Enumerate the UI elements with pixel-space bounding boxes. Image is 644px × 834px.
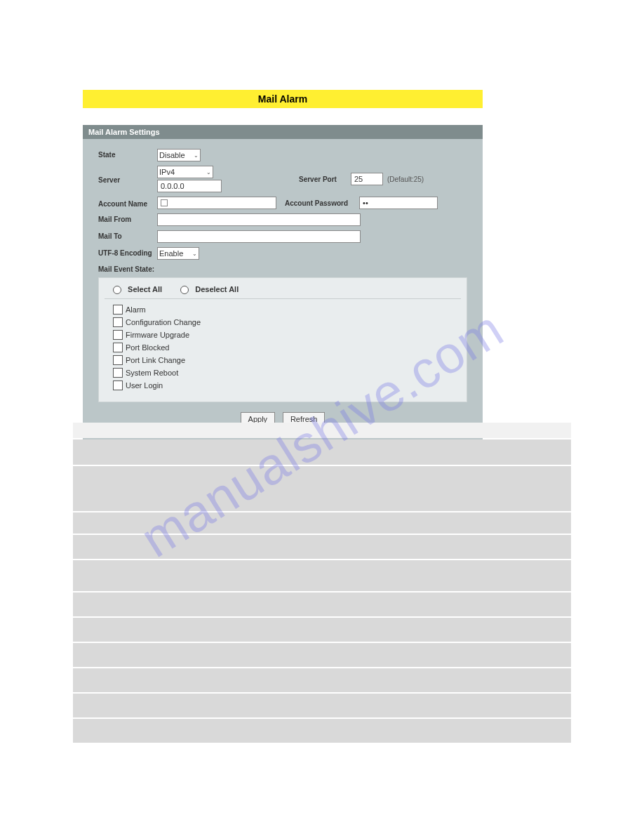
event-label: Port Blocked	[126, 343, 169, 352]
table-row	[73, 466, 571, 511]
table-row	[73, 668, 571, 692]
server-label: Server	[98, 174, 157, 184]
chevron-down-icon: ⌄	[194, 152, 199, 159]
mail-from-label: Mail From	[98, 213, 157, 223]
utf8-value: Enable	[159, 249, 183, 258]
account-password-input[interactable]: ••	[359, 197, 438, 209]
event-item: Port Link Change	[113, 355, 452, 365]
event-item: Alarm	[113, 305, 452, 315]
event-item: User Login	[113, 380, 452, 390]
state-value: Disable	[159, 151, 185, 159]
event-checkbox[interactable]	[113, 317, 123, 327]
checkbox-icon	[161, 199, 168, 206]
radio-icon	[113, 286, 121, 294]
event-item: System Reboot	[113, 368, 452, 378]
chevron-down-icon: ⌄	[206, 169, 211, 176]
events-box: Select All Deselect All Alarm Configurat…	[98, 277, 467, 402]
event-state-label: Mail Event State:	[98, 265, 467, 273]
server-port-label: Server Port	[299, 176, 337, 183]
event-label: Configuration Change	[126, 318, 201, 326]
account-name-input[interactable]	[157, 197, 276, 209]
table-row	[73, 535, 571, 559]
table-row	[73, 512, 571, 534]
table-header-row	[73, 423, 571, 438]
account-password-label: Account Password	[285, 199, 348, 207]
mail-to-input[interactable]	[157, 230, 361, 243]
chevron-down-icon: ⌄	[192, 251, 197, 257]
select-all-label: Select All	[128, 285, 162, 293]
event-checkbox[interactable]	[113, 343, 123, 352]
description-table	[73, 421, 571, 744]
server-ip-input[interactable]: 0.0.0.0	[157, 180, 222, 192]
table-row	[73, 694, 571, 717]
radio-icon	[180, 286, 189, 294]
event-item: Firmware Upgrade	[113, 330, 452, 340]
event-checkbox[interactable]	[113, 368, 123, 378]
account-name-label: Account Name	[98, 198, 157, 208]
select-all-radio[interactable]: Select All	[113, 285, 162, 294]
event-label: Alarm	[126, 305, 146, 314]
event-list: Alarm Configuration Change Firmware Upgr…	[105, 299, 461, 395]
server-port-value: 25	[354, 175, 363, 183]
deselect-all-label: Deselect All	[195, 285, 239, 293]
event-item: Configuration Change	[113, 317, 452, 327]
settings-panel: Mail Alarm Settings State Disable ⌄ Serv…	[83, 125, 483, 446]
server-ip-value: 0.0.0.0	[161, 182, 185, 190]
ip-type-select[interactable]: IPv4 ⌄	[157, 166, 213, 178]
event-label: System Reboot	[126, 369, 178, 377]
account-password-value: ••	[363, 199, 368, 207]
event-checkbox[interactable]	[113, 380, 123, 390]
mail-from-input[interactable]	[157, 213, 361, 226]
deselect-all-radio[interactable]: Deselect All	[180, 285, 239, 294]
port-hint: (Default:25)	[387, 176, 424, 183]
table-row	[73, 439, 571, 465]
table-row	[73, 560, 571, 591]
event-label: User Login	[126, 381, 163, 390]
ip-type-value: IPv4	[159, 168, 175, 176]
server-port-input[interactable]: 25	[351, 173, 383, 185]
panel-header: Mail Alarm Settings	[83, 125, 483, 139]
event-label: Port Link Change	[126, 356, 185, 364]
mail-to-label: Mail To	[98, 230, 157, 240]
page-title: Mail Alarm	[83, 90, 483, 108]
table-row	[73, 618, 571, 642]
event-checkbox[interactable]	[113, 305, 123, 315]
table-row	[73, 643, 571, 667]
table-row	[73, 593, 571, 616]
table-row	[73, 719, 571, 743]
utf8-select[interactable]: Enable ⌄	[157, 247, 199, 260]
utf8-label: UTF-8 Encoding	[98, 247, 157, 257]
event-item: Port Blocked	[113, 343, 452, 352]
event-checkbox[interactable]	[113, 355, 123, 365]
state-label: State	[98, 149, 157, 159]
event-checkbox[interactable]	[113, 330, 123, 340]
state-select[interactable]: Disable ⌄	[157, 149, 201, 161]
event-label: Firmware Upgrade	[126, 331, 189, 339]
